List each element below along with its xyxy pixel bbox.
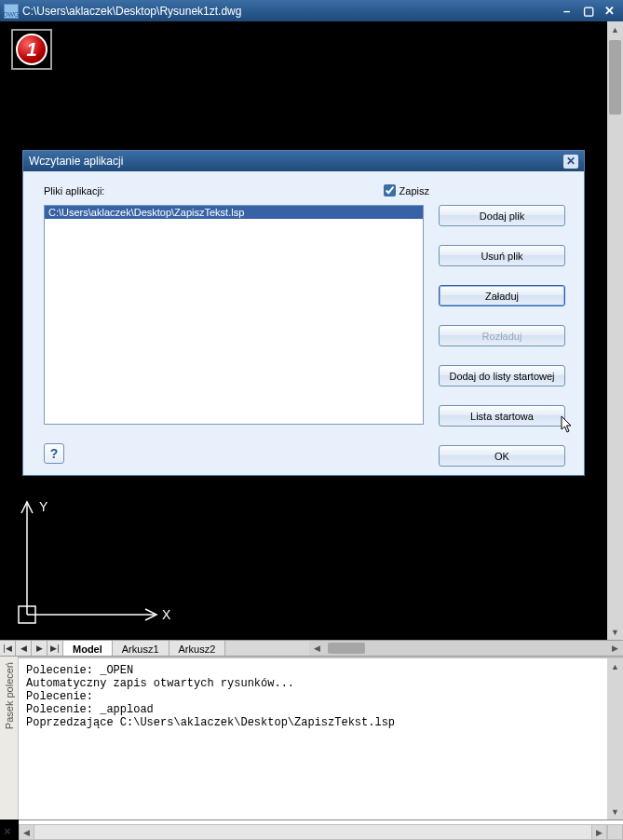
ok-button[interactable]: OK: [439, 445, 565, 467]
files-label: Pliki aplikacji:: [44, 185, 384, 196]
scroll-left-icon[interactable]: ◀: [19, 824, 34, 840]
files-listbox[interactable]: C:\Users\aklaczek\Desktop\ZapiszTekst.ls…: [44, 205, 424, 425]
load-button[interactable]: Załaduj: [439, 285, 565, 306]
unload-button: Rozładuj: [439, 325, 565, 346]
ucs-icon: Y X: [17, 496, 175, 627]
scroll-thumb-h[interactable]: [328, 643, 365, 654]
list-item[interactable]: C:\Users\aklaczek\Desktop\ZapiszTekst.ls…: [45, 206, 423, 219]
close-button[interactable]: ✕: [600, 3, 619, 20]
scroll-track[interactable]: [34, 824, 591, 840]
minimize-button[interactable]: –: [557, 3, 576, 20]
dialog-titlebar[interactable]: Wczytanie aplikacji ✕: [23, 151, 584, 171]
tab-model[interactable]: Model: [63, 641, 113, 656]
load-app-dialog: Wczytanie aplikacji ✕ Pliki aplikacji: Z…: [22, 150, 585, 476]
tab-arkusz1[interactable]: Arkusz1: [113, 641, 169, 656]
tab-nav-first[interactable]: |◀: [0, 641, 16, 656]
dialog-close-button[interactable]: ✕: [563, 155, 578, 169]
scroll-right-icon[interactable]: ▶: [607, 641, 623, 656]
scroll-right-icon[interactable]: ▶: [591, 824, 607, 840]
svg-text:X: X: [162, 607, 171, 622]
command-input-bar[interactable]: ◀ ▶: [19, 820, 623, 840]
scroll-up-icon[interactable]: ▲: [607, 658, 623, 674]
help-button[interactable]: ?: [44, 443, 64, 464]
save-checkbox-wrap[interactable]: Zapisz: [384, 184, 429, 196]
drawing-scrollbar-horizontal[interactable]: ◀ ▶: [309, 641, 623, 656]
command-scrollbar[interactable]: ▲ ▼: [607, 657, 623, 820]
layout-tabs-row: |◀ ◀ ▶ ▶| Model Arkusz1 Arkusz2 ◀ ▶: [0, 640, 623, 657]
scroll-corner: [607, 824, 623, 840]
command-panel-sidebar[interactable]: Pasek poleceń: [0, 657, 19, 820]
add-to-startup-button[interactable]: Dodaj do listy startowej: [439, 365, 565, 386]
command-panel: Pasek poleceń Polecenie: _OPEN Automatyc…: [0, 657, 623, 820]
maximize-button[interactable]: ▢: [578, 3, 598, 20]
main-titlebar: DWG C:\Users\aklaczek\Desktop\Rysunek1zt…: [0, 0, 623, 21]
drawing-scrollbar-vertical[interactable]: ▲ ▼: [607, 21, 623, 640]
scroll-down-icon[interactable]: ▼: [607, 624, 623, 640]
save-checkbox-label: Zapisz: [400, 185, 429, 196]
annotation-marker: 1: [11, 29, 52, 70]
annotation-marker-number: 1: [16, 34, 47, 65]
add-file-button[interactable]: Dodaj plik: [439, 205, 565, 226]
app-icon: DWG: [4, 4, 19, 19]
command-panel-close[interactable]: ×: [4, 824, 11, 838]
svg-text:Y: Y: [39, 499, 48, 514]
window-title: C:\Users\aklaczek\Desktop\Rysunek1zt.dwg: [22, 5, 557, 18]
drawing-area[interactable]: 1 Wczytanie aplikacji ✕ Pliki aplikacji:…: [0, 21, 623, 640]
scroll-down-icon[interactable]: ▼: [607, 804, 623, 820]
startup-list-button[interactable]: Lista startowa: [439, 405, 565, 427]
tab-nav-last[interactable]: ▶|: [47, 641, 63, 656]
tab-nav-prev[interactable]: ◀: [16, 641, 32, 656]
tab-arkusz2[interactable]: Arkusz2: [169, 641, 226, 656]
save-checkbox[interactable]: [384, 184, 396, 196]
dialog-title: Wczytanie aplikacji: [29, 155, 563, 168]
svg-rect-0: [19, 606, 35, 623]
remove-file-button[interactable]: Usuń plik: [439, 245, 565, 266]
scroll-up-icon[interactable]: ▲: [607, 21, 623, 37]
scroll-thumb[interactable]: [609, 40, 621, 115]
command-panel-label: Pasek poleceń: [4, 662, 15, 729]
command-history[interactable]: Polecenie: _OPEN Automatyczny zapis otwa…: [19, 657, 607, 820]
scroll-left-icon[interactable]: ◀: [309, 641, 325, 656]
tab-nav-next[interactable]: ▶: [32, 641, 47, 656]
